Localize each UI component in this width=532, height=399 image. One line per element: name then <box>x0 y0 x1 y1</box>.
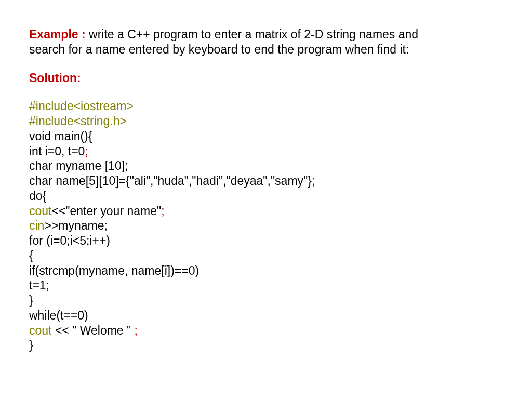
code-line: for (i=0;i<5;i++) <box>29 233 503 248</box>
code-line: char myname [10]; <box>29 158 503 174</box>
code-line: #include<iostream> <box>29 99 503 114</box>
code-line: cout<<"enter your name"; <box>29 204 503 219</box>
code-line: if(strcmp(myname, name[i])==0) <box>29 263 503 278</box>
code-block: #include<iostream> #include<string.h> vo… <box>29 99 503 353</box>
prompt-text-2: search for a name entered by keyboard to… <box>29 43 409 56</box>
code-line: while(t==0) <box>29 308 503 323</box>
example-prompt: Example : write a C++ program to enter a… <box>29 27 503 57</box>
code-line: t=1; <box>29 278 503 293</box>
example-label: Example : <box>29 28 89 41</box>
code-line: { <box>29 248 503 263</box>
prompt-text-1: write a C++ program to enter a matrix of… <box>89 28 418 41</box>
code-line: } <box>29 293 503 308</box>
code-line: } <box>29 338 503 353</box>
solution-label: Solution: <box>29 71 503 86</box>
code-line: cout << " Welome " ; <box>29 323 503 338</box>
code-line: int i=0, t=0; <box>29 144 503 159</box>
code-line: do{ <box>29 189 503 204</box>
code-line: char name[5][10]={"ali","huda","hadi","d… <box>29 174 503 189</box>
code-line: cin>>myname; <box>29 218 503 233</box>
code-line: #include<string.h> <box>29 114 503 129</box>
code-line: void main(){ <box>29 129 503 144</box>
